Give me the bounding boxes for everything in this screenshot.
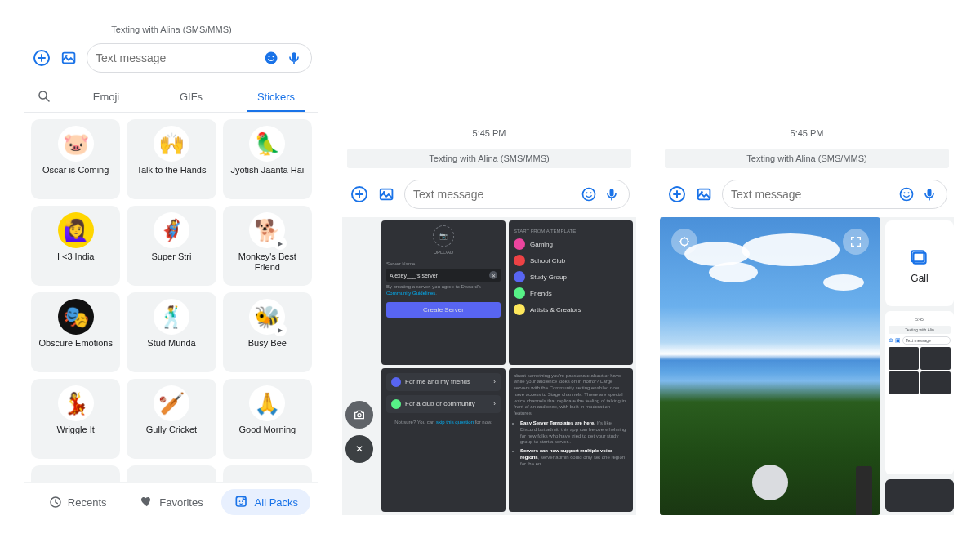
fullscreen-button[interactable] xyxy=(843,229,869,255)
message-input[interactable] xyxy=(413,188,575,201)
time-label: 5:45 PM xyxy=(342,20,636,146)
sticker-label: Oscar is Coming xyxy=(42,165,109,176)
image-button[interactable] xyxy=(376,184,398,205)
option-icon xyxy=(391,399,401,409)
sticker-pack[interactable]: 🦜Jyotish Jaanta Hai xyxy=(223,119,312,199)
clear-icon: ✕ xyxy=(489,271,497,279)
texting-with-label: Texting with Alina (SMS/MMS) xyxy=(347,149,631,168)
sticker-tabs: Emoji GIFs Stickers xyxy=(24,81,318,113)
texting-with-label: Texting with Alina (SMS/MMS) xyxy=(665,149,949,168)
article-text: about something you're passionate about … xyxy=(514,373,628,468)
svg-point-25 xyxy=(908,192,910,193)
sticker-thumbnail: 🐕▶ xyxy=(249,212,285,248)
template-label: Study Group xyxy=(530,274,567,281)
sticker-thumbnail: 🙋‍♀️ xyxy=(58,212,94,248)
gallery-thumb[interactable]: START FROM A TEMPLATE GamingSchool ClubS… xyxy=(509,220,633,365)
template-row: School Club xyxy=(514,255,628,266)
gallery-thumbs: 📷 UPLOAD Server Name Alexey___'s server … xyxy=(381,220,633,512)
sticker-label: I <3 India xyxy=(57,251,95,262)
template-icon xyxy=(514,255,525,266)
option-icon xyxy=(391,377,401,387)
sticker-label: Super Stri xyxy=(152,251,192,262)
sticker-pack[interactable]: 🏏Gully Cricket xyxy=(127,379,216,459)
sticker-icon xyxy=(234,494,250,510)
side-mini-thumb[interactable] xyxy=(885,479,954,512)
message-input[interactable] xyxy=(731,188,893,201)
template-label: Artists & Creators xyxy=(530,306,581,314)
templates-list: START FROM A TEMPLATE GamingSchool ClubS… xyxy=(514,225,628,315)
svg-rect-9 xyxy=(236,496,246,506)
svg-point-7 xyxy=(39,91,47,99)
sticker-pack[interactable]: 🙋‍♀️I <3 India xyxy=(31,206,120,286)
template-icon xyxy=(514,271,525,282)
nav-favorites-label: Favorites xyxy=(159,496,203,509)
gallery-thumb[interactable]: about something you're passionate about … xyxy=(509,368,633,513)
time-label: 5:45 PM xyxy=(660,20,954,146)
add-button[interactable] xyxy=(666,184,688,205)
image-button[interactable] xyxy=(694,184,715,205)
sticker-pack[interactable]: 🙏Good Morning xyxy=(223,379,312,459)
gallery-label: Gall xyxy=(911,273,928,284)
tab-gifs[interactable]: GIFs xyxy=(149,82,234,111)
message-input[interactable] xyxy=(96,51,257,64)
svg-point-15 xyxy=(583,189,595,201)
search-icon[interactable] xyxy=(24,81,64,112)
svg-point-11 xyxy=(242,500,243,502)
camera-column: ✕ xyxy=(345,220,378,512)
emoji-icon[interactable] xyxy=(262,49,280,67)
emoji-icon[interactable] xyxy=(580,185,598,203)
nav-allpacks[interactable]: All Packs xyxy=(221,489,310,515)
svg-point-24 xyxy=(904,192,906,193)
gallery-thumb[interactable]: 📷 UPLOAD Server Name Alexey___'s server … xyxy=(381,220,506,365)
mini-time: 5:45 xyxy=(889,314,951,324)
for-option: For a club or community› xyxy=(386,395,501,413)
guidelines-text: By creating a server, you agree to Disco… xyxy=(386,284,501,297)
add-button[interactable] xyxy=(349,184,370,205)
sticker-pack[interactable]: 🙌Talk to the Hands xyxy=(127,119,216,199)
mini-add-icon: ⊕ xyxy=(889,337,893,344)
mini-thumb xyxy=(920,347,951,370)
nav-favorites[interactable]: Favorites xyxy=(127,490,216,514)
svg-point-10 xyxy=(238,500,240,502)
nav-recents[interactable]: Recents xyxy=(33,490,122,514)
server-name-value: Alexey___'s server xyxy=(390,273,438,278)
server-name-hdr: Server Name xyxy=(386,261,501,266)
mic-icon[interactable] xyxy=(603,185,621,203)
lens-button[interactable] xyxy=(671,229,697,255)
sticker-thumbnail: 💃 xyxy=(58,385,94,421)
tab-emoji[interactable]: Emoji xyxy=(64,82,149,111)
emoji-icon[interactable] xyxy=(898,185,915,203)
compose-input-wrap xyxy=(87,43,312,73)
gallery-thumb[interactable]: For me and my friends› For a club or com… xyxy=(381,368,506,513)
side-mini-thumb[interactable]: 5:45 Texting with Alin ⊕ ▣ Text message xyxy=(885,311,954,474)
mic-icon[interactable] xyxy=(285,49,303,67)
sticker-label: Gully Cricket xyxy=(146,425,197,435)
sticker-pack[interactable]: 🐕▶Monkey's Best Friend xyxy=(223,206,312,286)
camera-viewfinder[interactable] xyxy=(660,217,880,515)
sticker-pack[interactable]: 🐝▶Busy Bee xyxy=(223,292,312,372)
texting-with-label: Texting with Alina (SMS/MMS) xyxy=(24,20,318,38)
heart-icon xyxy=(140,495,154,509)
tab-stickers[interactable]: Stickers xyxy=(234,82,318,111)
template-icon xyxy=(514,287,525,299)
camera-button[interactable] xyxy=(345,401,373,429)
server-name-row: Alexey___'s server ✕ xyxy=(386,269,501,282)
sticker-pack[interactable]: 🦸‍♀️Super Stri xyxy=(127,206,216,286)
compose-row xyxy=(660,175,954,217)
svg-rect-18 xyxy=(610,189,614,196)
gallery-card[interactable]: Gall xyxy=(885,220,954,306)
close-button[interactable]: ✕ xyxy=(345,435,373,463)
svg-point-19 xyxy=(358,414,361,417)
sticker-pack[interactable]: 🕺Stud Munda xyxy=(127,292,216,372)
add-button[interactable] xyxy=(31,47,52,69)
sticker-pack[interactable]: 🎭Obscure Emotions xyxy=(31,292,120,372)
nav-allpacks-label: All Packs xyxy=(255,496,298,509)
sticker-pack[interactable]: 🐷Oscar is Coming xyxy=(31,119,120,199)
sticker-label: Obscure Emotions xyxy=(38,338,112,349)
mic-icon[interactable] xyxy=(920,185,938,203)
template-icon xyxy=(514,304,525,315)
sticker-pack[interactable]: 💃Wriggle It xyxy=(31,379,120,459)
shutter-button[interactable] xyxy=(752,465,788,500)
image-button[interactable] xyxy=(59,47,80,69)
upload-icon: 📷 xyxy=(433,225,454,247)
